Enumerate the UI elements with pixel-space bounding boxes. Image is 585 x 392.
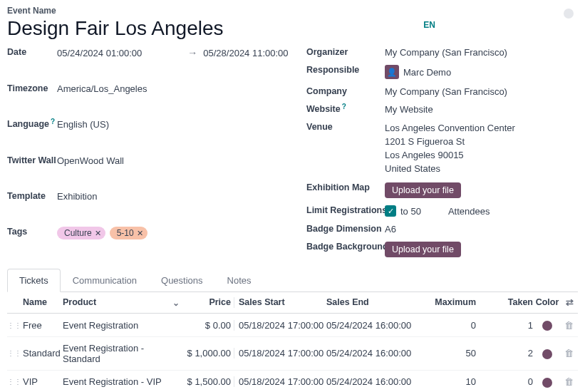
color-dot[interactable] — [542, 378, 552, 388]
kanban-state-dot[interactable] — [564, 9, 574, 19]
venue-value[interactable]: Los Angeles Convention Center 1201 S Fig… — [385, 122, 578, 175]
organizer-value[interactable]: My Company (San Francisco) — [385, 47, 578, 58]
th-max[interactable]: Maximum — [419, 297, 476, 308]
table-row[interactable]: ⋮⋮ Free Event Registration $ 0.00 05/18/… — [7, 314, 578, 337]
timezone-value[interactable]: America/Los_Angeles — [57, 83, 306, 94]
organizer-label: Organizer — [306, 47, 385, 57]
cell-price[interactable]: $ 1,000.00 — [184, 348, 234, 359]
venue-country: United States — [385, 163, 578, 176]
cell-sales-end[interactable]: 05/24/2024 16:00:00 — [326, 376, 419, 387]
cell-taken: 2 — [476, 348, 533, 359]
trash-icon[interactable]: 🗑 — [564, 320, 574, 331]
tags-value[interactable]: Culture✕ 5-10✕ — [57, 227, 306, 239]
right-column: Organizer My Company (San Francisco) Res… — [306, 47, 578, 257]
th-product[interactable]: Product⌄ — [63, 297, 184, 308]
cell-max[interactable]: 10 — [419, 376, 476, 387]
trash-icon[interactable]: 🗑 — [564, 376, 574, 387]
cell-product[interactable]: Event Registration - VIP — [63, 376, 184, 387]
cell-max[interactable]: 50 — [419, 348, 476, 359]
twitter-label: Twitter Wall — [7, 155, 57, 165]
table-row[interactable]: ⋮⋮ Standard Event Registration - Standar… — [7, 337, 578, 371]
th-color[interactable]: Color — [533, 297, 561, 308]
cell-price[interactable]: $ 1,500.00 — [184, 376, 234, 387]
limit-reg-value: ✓ to 50 Attendees — [385, 205, 578, 217]
left-column: Date 05/24/2024 01:00:00 → 05/28/2024 11… — [7, 47, 306, 257]
cell-sales-start[interactable]: 05/18/2024 17:00:00 — [234, 376, 326, 387]
exhibition-map-label: Exhibition Map — [306, 182, 385, 192]
date-label: Date — [7, 47, 57, 57]
upload-badge-bg-button[interactable]: Upload your file — [385, 242, 461, 257]
limit-to[interactable]: to 50 — [400, 206, 421, 217]
language-badge[interactable]: EN — [423, 20, 435, 30]
tag-5-10[interactable]: 5-10✕ — [110, 227, 147, 239]
event-name-label: Event Name — [7, 6, 578, 16]
date-end[interactable]: 05/28/2024 11:00:00 — [203, 48, 288, 58]
website-value[interactable]: My Website — [385, 104, 578, 115]
drag-handle-icon[interactable]: ⋮⋮ — [7, 378, 20, 386]
event-title[interactable]: Design Fair Los Angeles — [7, 17, 578, 40]
limit-reg-label: Limit Registrations — [306, 205, 385, 215]
cell-product[interactable]: Event Registration — [63, 320, 184, 331]
upload-exhibition-map-button[interactable]: Upload your file — [385, 182, 461, 198]
tab-questions[interactable]: Questions — [149, 269, 215, 292]
website-label: Website? — [306, 104, 385, 114]
th-name[interactable]: Name — [20, 297, 63, 308]
tab-notes[interactable]: Notes — [215, 269, 264, 292]
language-label: Language? — [7, 119, 57, 129]
cell-sales-start[interactable]: 05/18/2024 17:00:00 — [234, 348, 326, 359]
date-value[interactable]: 05/24/2024 01:00:00 → 05/28/2024 11:00:0… — [57, 47, 306, 58]
cell-name[interactable]: Free — [20, 320, 63, 331]
responsible-value[interactable]: 👤 Marc Demo — [385, 65, 578, 79]
company-label: Company — [306, 86, 385, 96]
tab-tickets[interactable]: Tickets — [7, 269, 61, 292]
attendees-label: Attendees — [448, 206, 490, 217]
th-taken[interactable]: Taken — [476, 297, 533, 308]
cell-max[interactable]: 0 — [419, 320, 476, 331]
cell-name[interactable]: VIP — [20, 376, 63, 387]
responsible-name: Marc Demo — [403, 67, 451, 78]
cell-taken: 0 — [476, 376, 533, 387]
tag-culture[interactable]: Culture✕ — [57, 227, 105, 239]
venue-label: Venue — [306, 122, 385, 132]
limit-reg-checkbox[interactable]: ✓ — [385, 205, 396, 217]
trash-icon[interactable]: 🗑 — [564, 348, 574, 359]
tickets-table: Name Product⌄ Price Sales Start Sales En… — [7, 292, 578, 392]
badge-dim-value[interactable]: A6 — [385, 224, 578, 234]
tab-communication[interactable]: Communication — [61, 269, 149, 292]
notebook-tabs: Tickets Communication Questions Notes — [7, 269, 578, 292]
responsible-label: Responsible — [306, 65, 385, 75]
cell-name[interactable]: Standard — [20, 348, 63, 359]
badge-bg-label: Badge Background — [306, 242, 385, 252]
th-price[interactable]: Price — [184, 297, 234, 308]
cell-price[interactable]: $ 0.00 — [184, 320, 234, 331]
template-value[interactable]: Exhibition — [57, 191, 306, 202]
table-row[interactable]: ⋮⋮ VIP Event Registration - VIP $ 1,500.… — [7, 371, 578, 392]
chevron-down-icon[interactable]: ⌄ — [172, 298, 180, 308]
language-value[interactable]: English (US) — [57, 119, 306, 130]
timezone-label: Timezone — [7, 83, 57, 93]
tags-label: Tags — [7, 227, 57, 237]
cell-product[interactable]: Event Registration - Standard — [63, 343, 184, 364]
color-dot[interactable] — [542, 321, 552, 331]
cell-sales-start[interactable]: 05/18/2024 17:00:00 — [234, 320, 326, 331]
cell-taken: 1 — [476, 320, 533, 331]
color-dot[interactable] — [542, 349, 552, 359]
close-icon[interactable]: ✕ — [137, 229, 143, 238]
badge-dim-label: Badge Dimension — [306, 224, 385, 234]
help-icon[interactable]: ? — [51, 118, 55, 125]
twitter-value[interactable]: OpenWood Wall — [57, 155, 306, 166]
venue-street: 1201 S Figueroa St — [385, 135, 578, 149]
company-value[interactable]: My Company (San Francisco) — [385, 86, 578, 97]
close-icon[interactable]: ✕ — [95, 229, 101, 238]
drag-handle-icon[interactable]: ⋮⋮ — [7, 349, 20, 357]
th-sales-start[interactable]: Sales Start — [234, 297, 326, 308]
cell-sales-end[interactable]: 05/24/2024 16:00:00 — [326, 348, 419, 359]
venue-city: Los Angeles 90015 — [385, 149, 578, 163]
template-label: Template — [7, 191, 57, 201]
date-start[interactable]: 05/24/2024 01:00:00 — [57, 48, 142, 58]
cell-sales-end[interactable]: 05/24/2024 16:00:00 — [326, 320, 419, 331]
drag-handle-icon[interactable]: ⋮⋮ — [7, 321, 20, 329]
th-sales-end[interactable]: Sales End — [326, 297, 419, 308]
settings-icon[interactable]: ⇄ — [566, 297, 574, 308]
help-icon[interactable]: ? — [342, 103, 346, 110]
